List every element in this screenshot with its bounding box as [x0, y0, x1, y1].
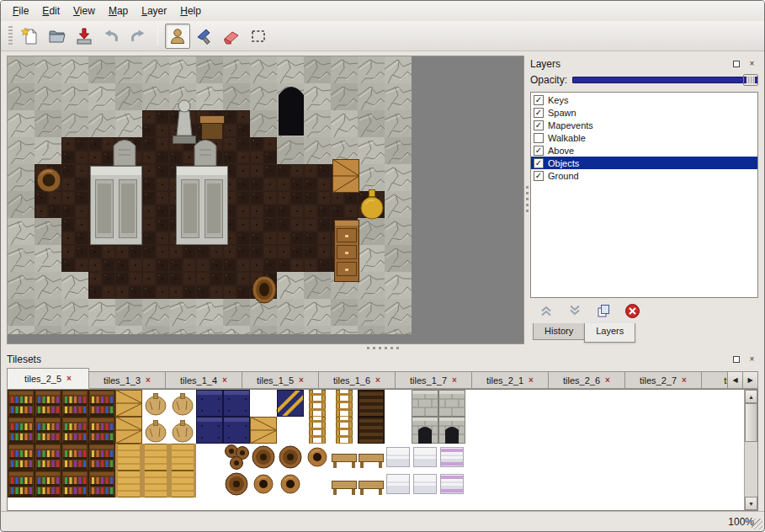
tileset-tabbar: tiles_2_5× tiles_1_3× tiles_1_4× tiles_1…: [7, 367, 758, 389]
menu-file[interactable]: File: [6, 3, 35, 19]
eraser-tool-button[interactable]: [219, 24, 244, 49]
tileset-tab[interactable]: tiles_1_5×: [242, 371, 319, 389]
tab-label: tiles_1_6: [333, 375, 370, 386]
new-file-button[interactable]: [18, 24, 43, 49]
layer-row[interactable]: ✓Mapevents: [531, 119, 757, 131]
save-map-button[interactable]: [72, 24, 97, 49]
arrow-right-icon: ▶: [747, 376, 752, 384]
dock-bottom-tabs: History Layers: [530, 323, 758, 344]
tab-label: Layers: [596, 326, 624, 336]
tileset-tab[interactable]: tiles_1_6×: [318, 371, 396, 389]
tileset-tab[interactable]: tiles_2_1×: [471, 371, 549, 389]
layer-row[interactable]: ✓Keys: [531, 93, 757, 106]
close-icon: ×: [750, 354, 755, 364]
layer-row[interactable]: Walkable: [531, 131, 757, 144]
toolbar-separator: [157, 25, 158, 46]
opacity-slider[interactable]: [572, 73, 758, 87]
scrollbar-track[interactable]: [745, 442, 757, 497]
tab-close-icon[interactable]: ×: [605, 375, 610, 385]
tileset-tab[interactable]: tiles_1_7×: [395, 371, 472, 389]
opacity-slider-handle[interactable]: [743, 74, 758, 86]
close-dock-button[interactable]: ×: [746, 353, 758, 365]
opacity-slider-track[interactable]: [572, 77, 758, 83]
menu-map[interactable]: Map: [102, 3, 135, 19]
close-dock-button[interactable]: ×: [746, 57, 758, 70]
main-area: Layers × Opacity: ✓Keys ✓Spawn ✓Mapevent…: [1, 51, 764, 344]
layer-label: Ground: [548, 171, 579, 181]
layer-row[interactable]: ✓Objects: [531, 157, 757, 169]
tilesets-panel: Tilesets × tiles_2_5× tiles_1_3× tiles_1…: [1, 351, 764, 511]
tab-history[interactable]: History: [533, 323, 585, 340]
resize-grip-icon[interactable]: [752, 519, 762, 529]
layers-panel: Layers × Opacity: ✓Keys ✓Spawn ✓Mapevent…: [530, 56, 764, 344]
float-dock-button[interactable]: [730, 353, 742, 365]
close-icon: ×: [750, 59, 755, 68]
select-tool-button[interactable]: [246, 24, 271, 49]
tab-label: tiles_2_1: [486, 375, 523, 386]
toolbar-drag-handle[interactable]: [8, 26, 13, 46]
tileset-canvas[interactable]: [8, 390, 744, 510]
lower-layer-button[interactable]: [566, 301, 584, 320]
save-icon: [75, 27, 93, 45]
splitter-horizontal[interactable]: [1, 344, 764, 351]
float-dock-button[interactable]: [730, 57, 742, 70]
tab-scroll-right-button[interactable]: ▶: [742, 371, 758, 389]
raise-layer-button[interactable]: [537, 301, 555, 320]
tab-close-icon[interactable]: ×: [452, 375, 457, 385]
tab-close-icon[interactable]: ×: [146, 375, 151, 385]
undo-icon: [102, 27, 120, 45]
open-map-button[interactable]: [45, 24, 70, 49]
layer-checkbox[interactable]: ✓: [534, 108, 544, 118]
layer-label: Keys: [548, 95, 568, 105]
map-view: [7, 56, 524, 344]
status-bar: 100%: [1, 511, 764, 531]
duplicate-layer-button[interactable]: [594, 301, 613, 320]
scroll-up-button[interactable]: ▲: [745, 390, 757, 403]
menu-help[interactable]: Help: [173, 3, 208, 19]
splitter-grip: [367, 347, 399, 349]
tab-close-icon[interactable]: ×: [222, 375, 227, 385]
tileset-tab[interactable]: tiles_1_3×: [88, 371, 166, 389]
tab-close-icon[interactable]: ×: [375, 375, 380, 385]
layer-checkbox[interactable]: ✓: [534, 171, 544, 181]
menu-bar: File Edit View Map Layer Help: [1, 1, 764, 21]
fill-tool-button[interactable]: [192, 24, 217, 49]
tab-close-icon[interactable]: ×: [682, 375, 687, 385]
layer-row[interactable]: ✓Ground: [531, 169, 757, 182]
layer-checkbox[interactable]: ✓: [534, 120, 544, 130]
undo-button[interactable]: [98, 24, 124, 49]
tileset-tab[interactable]: tiles_1_4×: [165, 371, 242, 389]
menu-layer[interactable]: Layer: [135, 3, 173, 19]
tilesets-dock-titlebar: Tilesets ×: [7, 351, 758, 367]
stamp-tool-button[interactable]: [165, 24, 190, 49]
tab-label: tiles_2_5: [24, 374, 61, 384]
tileset-tab[interactable]: tiles_2_7×: [624, 371, 702, 389]
layer-actions-toolbar: [530, 298, 758, 323]
tileset-tab[interactable]: tiles_2_6×: [548, 371, 625, 389]
layer-checkbox[interactable]: ✓: [534, 158, 544, 168]
tab-close-icon[interactable]: ×: [66, 374, 72, 383]
scroll-down-button[interactable]: ▼: [745, 497, 757, 510]
scrollbar-thumb[interactable]: [745, 403, 757, 442]
layer-checkbox[interactable]: [534, 133, 544, 143]
splitter-vertical[interactable]: [524, 56, 530, 344]
arrow-down-icon: ▼: [748, 501, 754, 507]
tab-close-icon[interactable]: ×: [529, 375, 534, 385]
tab-layers[interactable]: Layers: [584, 323, 635, 343]
map-canvas[interactable]: [8, 56, 412, 334]
menu-edit[interactable]: Edit: [35, 3, 66, 19]
redo-button[interactable]: [125, 24, 151, 49]
tileset-content: ▲ ▼: [7, 389, 758, 511]
tileset-tab[interactable]: tiles_2_5×: [7, 368, 89, 389]
delete-layer-button[interactable]: [623, 301, 641, 320]
layer-row[interactable]: ✓Above: [531, 144, 757, 157]
tileset-scrollbar: ▲ ▼: [744, 390, 757, 510]
tab-scroll-left-button[interactable]: ◀: [727, 371, 743, 389]
layer-row[interactable]: ✓Spawn: [531, 106, 757, 119]
tab-close-icon[interactable]: ×: [299, 375, 304, 385]
layer-checkbox[interactable]: ✓: [534, 95, 544, 105]
menu-view[interactable]: View: [66, 3, 102, 19]
layer-label: Spawn: [548, 108, 576, 118]
layer-checkbox[interactable]: ✓: [534, 146, 544, 156]
splitter-grip: [526, 186, 529, 215]
